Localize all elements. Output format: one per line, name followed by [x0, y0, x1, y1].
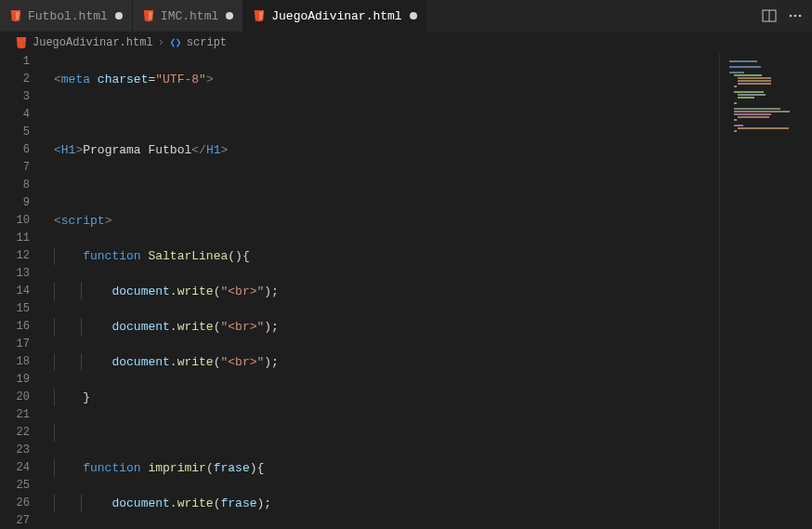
html-file-icon [253, 9, 266, 22]
svg-point-3 [794, 15, 797, 18]
line-number: 13 [0, 265, 30, 283]
line-number: 6 [0, 141, 30, 159]
line-number: 1 [0, 53, 30, 71]
editor-area: 1 2 3 4 5 6 7 8 9 10 11 12 13 14 15 16 1… [0, 53, 812, 529]
html-file-icon [142, 9, 155, 22]
line-number: 20 [0, 389, 30, 406]
tab-futbol[interactable]: Futbol.html [0, 0, 133, 32]
breadcrumb-symbol: script [187, 36, 227, 49]
line-number: 12 [0, 247, 30, 265]
line-number: 19 [0, 371, 30, 389]
tab-label: JuegoAdivinar.html [271, 9, 401, 23]
line-number: 17 [0, 336, 30, 353]
tab-bar: Futbol.html IMC.html JuegoAdivinar.html [0, 0, 812, 33]
html-file-icon [15, 36, 28, 49]
line-number: 18 [0, 353, 30, 371]
chevron-right-icon: › [158, 36, 164, 49]
line-number: 21 [0, 406, 30, 424]
tab-imc[interactable]: IMC.html [133, 0, 243, 32]
code-content[interactable]: <meta charset="UTF-8"> <H1>Programa Futb… [45, 53, 719, 529]
minimap[interactable] [719, 53, 812, 529]
html-file-icon [9, 9, 22, 22]
modified-indicator-icon [115, 12, 123, 20]
line-number: 8 [0, 177, 30, 194]
modified-indicator-icon [410, 12, 417, 20]
line-number: 23 [0, 442, 30, 459]
line-number: 4 [0, 106, 30, 124]
line-gutter: 1 2 3 4 5 6 7 8 9 10 11 12 13 14 15 16 1… [0, 53, 45, 529]
line-number: 3 [0, 88, 30, 106]
breadcrumb-file: JuegoAdivinar.html [33, 36, 153, 49]
line-number: 26 [0, 495, 30, 512]
split-editor-icon[interactable] [762, 8, 777, 23]
tab-label: IMC.html [161, 9, 218, 23]
tab-juego[interactable]: JuegoAdivinar.html [243, 0, 426, 32]
svg-point-4 [799, 15, 802, 18]
line-number: 7 [0, 159, 30, 177]
line-number: 27 [0, 512, 30, 529]
minimap-preview [729, 60, 803, 133]
line-number: 11 [0, 230, 30, 247]
line-number: 22 [0, 424, 30, 442]
line-number: 16 [0, 318, 30, 336]
line-number: 14 [0, 283, 30, 300]
line-number: 25 [0, 477, 30, 495]
line-number: 2 [0, 71, 30, 88]
tab-label: Futbol.html [28, 9, 108, 23]
line-number: 15 [0, 300, 30, 318]
line-number: 5 [0, 124, 30, 141]
svg-point-2 [790, 15, 792, 18]
script-symbol-icon [169, 36, 182, 49]
modified-indicator-icon [226, 12, 233, 20]
more-actions-icon[interactable] [788, 8, 803, 23]
line-number: 24 [0, 459, 30, 477]
breadcrumb[interactable]: JuegoAdivinar.html › script [0, 33, 812, 53]
line-number: 10 [0, 212, 30, 230]
line-number: 9 [0, 194, 30, 212]
